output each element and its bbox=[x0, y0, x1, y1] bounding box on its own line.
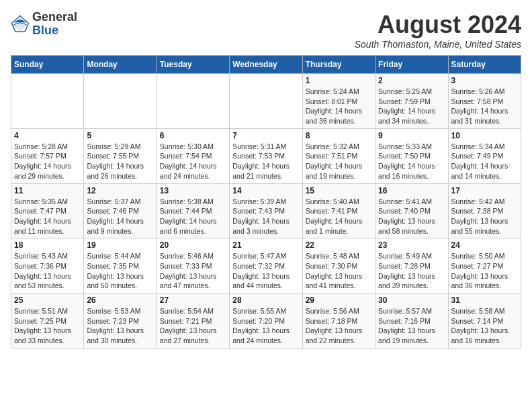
weekday-header-friday: Friday bbox=[375, 56, 448, 74]
day-number: 23 bbox=[378, 240, 445, 250]
day-info: Sunrise: 5:53 AMSunset: 7:23 PMDaylight:… bbox=[87, 306, 153, 346]
month-year: August 2024 bbox=[355, 11, 521, 39]
weekday-header-thursday: Thursday bbox=[302, 56, 375, 74]
day-info: Sunrise: 5:58 AMSunset: 7:14 PMDaylight:… bbox=[451, 306, 518, 346]
calendar-cell: 15Sunrise: 5:40 AMSunset: 7:41 PMDayligh… bbox=[302, 183, 375, 238]
day-info: Sunrise: 5:41 AMSunset: 7:40 PMDaylight:… bbox=[378, 197, 445, 236]
day-number: 7 bbox=[232, 131, 299, 140]
day-number: 4 bbox=[14, 131, 81, 140]
calendar-cell bbox=[157, 74, 229, 129]
calendar-cell: 19Sunrise: 5:44 AMSunset: 7:35 PMDayligh… bbox=[84, 238, 157, 293]
calendar-cell: 6Sunrise: 5:30 AMSunset: 7:54 PMDaylight… bbox=[157, 128, 229, 183]
day-info: Sunrise: 5:47 AMSunset: 7:32 PMDaylight:… bbox=[232, 251, 299, 291]
calendar-cell bbox=[230, 74, 302, 129]
day-info: Sunrise: 5:24 AMSunset: 8:01 PMDaylight:… bbox=[306, 87, 372, 126]
day-info: Sunrise: 5:48 AMSunset: 7:30 PMDaylight:… bbox=[306, 251, 372, 291]
calendar: SundayMondayTuesdayWednesdayThursdayFrid… bbox=[11, 55, 521, 349]
calendar-cell: 18Sunrise: 5:43 AMSunset: 7:36 PMDayligh… bbox=[11, 238, 84, 293]
calendar-cell: 16Sunrise: 5:41 AMSunset: 7:40 PMDayligh… bbox=[375, 183, 448, 238]
calendar-cell: 25Sunrise: 5:51 AMSunset: 7:25 PMDayligh… bbox=[11, 293, 84, 349]
day-number: 8 bbox=[306, 131, 372, 140]
day-info: Sunrise: 5:51 AMSunset: 7:25 PMDaylight:… bbox=[14, 306, 81, 346]
day-number: 12 bbox=[87, 186, 153, 195]
day-info: Sunrise: 5:46 AMSunset: 7:33 PMDaylight:… bbox=[160, 251, 226, 291]
calendar-cell: 28Sunrise: 5:55 AMSunset: 7:20 PMDayligh… bbox=[230, 293, 302, 349]
logo-text: General Blue bbox=[32, 11, 77, 38]
day-info: Sunrise: 5:39 AMSunset: 7:43 PMDaylight:… bbox=[232, 197, 299, 236]
calendar-cell: 27Sunrise: 5:54 AMSunset: 7:21 PMDayligh… bbox=[157, 293, 229, 349]
calendar-cell: 8Sunrise: 5:32 AMSunset: 7:51 PMDaylight… bbox=[302, 128, 375, 183]
day-number: 5 bbox=[87, 131, 153, 140]
day-number: 13 bbox=[160, 186, 226, 195]
day-number: 31 bbox=[451, 295, 518, 305]
day-info: Sunrise: 5:50 AMSunset: 7:27 PMDaylight:… bbox=[451, 251, 518, 291]
page-header: General Blue August 2024 South Thomaston… bbox=[11, 11, 521, 50]
day-number: 20 bbox=[160, 240, 226, 250]
calendar-cell: 14Sunrise: 5:39 AMSunset: 7:43 PMDayligh… bbox=[230, 183, 302, 238]
weekday-header-monday: Monday bbox=[84, 56, 157, 74]
calendar-cell: 26Sunrise: 5:53 AMSunset: 7:23 PMDayligh… bbox=[84, 293, 157, 349]
day-number: 15 bbox=[306, 186, 372, 195]
location: South Thomaston, Maine, United States bbox=[355, 39, 521, 50]
day-number: 17 bbox=[451, 186, 518, 195]
calendar-cell: 4Sunrise: 5:28 AMSunset: 7:57 PMDaylight… bbox=[11, 128, 84, 183]
calendar-cell: 20Sunrise: 5:46 AMSunset: 7:33 PMDayligh… bbox=[157, 238, 229, 293]
day-number: 26 bbox=[87, 295, 153, 305]
day-info: Sunrise: 5:49 AMSunset: 7:28 PMDaylight:… bbox=[378, 251, 445, 291]
day-info: Sunrise: 5:44 AMSunset: 7:35 PMDaylight:… bbox=[87, 251, 153, 291]
weekday-header-saturday: Saturday bbox=[448, 56, 521, 74]
calendar-week-row: 4Sunrise: 5:28 AMSunset: 7:57 PMDaylight… bbox=[11, 128, 521, 183]
logo: General Blue bbox=[11, 11, 77, 38]
calendar-header-row: SundayMondayTuesdayWednesdayThursdayFrid… bbox=[11, 56, 521, 74]
day-number: 16 bbox=[378, 186, 445, 195]
calendar-cell: 7Sunrise: 5:31 AMSunset: 7:53 PMDaylight… bbox=[230, 128, 302, 183]
day-number: 30 bbox=[378, 295, 445, 305]
day-number: 24 bbox=[451, 240, 518, 250]
calendar-cell: 24Sunrise: 5:50 AMSunset: 7:27 PMDayligh… bbox=[448, 238, 521, 293]
calendar-cell: 1Sunrise: 5:24 AMSunset: 8:01 PMDaylight… bbox=[302, 74, 375, 129]
day-info: Sunrise: 5:42 AMSunset: 7:38 PMDaylight:… bbox=[451, 197, 518, 236]
day-info: Sunrise: 5:38 AMSunset: 7:44 PMDaylight:… bbox=[160, 197, 226, 236]
calendar-cell: 29Sunrise: 5:56 AMSunset: 7:18 PMDayligh… bbox=[302, 293, 375, 349]
calendar-cell bbox=[84, 74, 157, 129]
calendar-week-row: 11Sunrise: 5:35 AMSunset: 7:47 PMDayligh… bbox=[11, 183, 521, 238]
day-number: 10 bbox=[451, 131, 518, 140]
day-info: Sunrise: 5:26 AMSunset: 7:58 PMDaylight:… bbox=[451, 87, 518, 126]
calendar-cell: 30Sunrise: 5:57 AMSunset: 7:16 PMDayligh… bbox=[375, 293, 448, 349]
calendar-cell: 9Sunrise: 5:33 AMSunset: 7:50 PMDaylight… bbox=[375, 128, 448, 183]
calendar-cell: 17Sunrise: 5:42 AMSunset: 7:38 PMDayligh… bbox=[448, 183, 521, 238]
day-info: Sunrise: 5:29 AMSunset: 7:55 PMDaylight:… bbox=[87, 142, 153, 181]
day-info: Sunrise: 5:55 AMSunset: 7:20 PMDaylight:… bbox=[232, 306, 299, 346]
weekday-header-sunday: Sunday bbox=[11, 56, 84, 74]
day-number: 1 bbox=[306, 76, 372, 85]
day-info: Sunrise: 5:31 AMSunset: 7:53 PMDaylight:… bbox=[232, 142, 299, 181]
day-info: Sunrise: 5:43 AMSunset: 7:36 PMDaylight:… bbox=[14, 251, 81, 291]
day-number: 18 bbox=[14, 240, 81, 250]
calendar-cell bbox=[11, 74, 84, 129]
day-info: Sunrise: 5:57 AMSunset: 7:16 PMDaylight:… bbox=[378, 306, 445, 346]
day-info: Sunrise: 5:30 AMSunset: 7:54 PMDaylight:… bbox=[160, 142, 226, 181]
day-number: 6 bbox=[160, 131, 226, 140]
day-info: Sunrise: 5:40 AMSunset: 7:41 PMDaylight:… bbox=[306, 197, 372, 236]
title-block: August 2024 South Thomaston, Maine, Unit… bbox=[355, 11, 521, 50]
day-number: 3 bbox=[451, 76, 518, 85]
weekday-header-tuesday: Tuesday bbox=[157, 56, 229, 74]
day-number: 28 bbox=[232, 295, 299, 305]
calendar-cell: 31Sunrise: 5:58 AMSunset: 7:14 PMDayligh… bbox=[448, 293, 521, 349]
day-number: 22 bbox=[306, 240, 372, 250]
day-number: 21 bbox=[232, 240, 299, 250]
day-info: Sunrise: 5:56 AMSunset: 7:18 PMDaylight:… bbox=[306, 306, 372, 346]
day-info: Sunrise: 5:34 AMSunset: 7:49 PMDaylight:… bbox=[451, 142, 518, 181]
day-info: Sunrise: 5:28 AMSunset: 7:57 PMDaylight:… bbox=[14, 142, 81, 181]
calendar-week-row: 18Sunrise: 5:43 AMSunset: 7:36 PMDayligh… bbox=[11, 238, 521, 293]
calendar-week-row: 25Sunrise: 5:51 AMSunset: 7:25 PMDayligh… bbox=[11, 293, 521, 349]
day-info: Sunrise: 5:32 AMSunset: 7:51 PMDaylight:… bbox=[306, 142, 372, 181]
calendar-cell: 21Sunrise: 5:47 AMSunset: 7:32 PMDayligh… bbox=[230, 238, 302, 293]
day-number: 19 bbox=[87, 240, 153, 250]
day-info: Sunrise: 5:35 AMSunset: 7:47 PMDaylight:… bbox=[14, 197, 81, 236]
calendar-cell: 13Sunrise: 5:38 AMSunset: 7:44 PMDayligh… bbox=[157, 183, 229, 238]
calendar-cell: 5Sunrise: 5:29 AMSunset: 7:55 PMDaylight… bbox=[84, 128, 157, 183]
calendar-cell: 22Sunrise: 5:48 AMSunset: 7:30 PMDayligh… bbox=[302, 238, 375, 293]
day-number: 25 bbox=[14, 295, 81, 305]
day-info: Sunrise: 5:37 AMSunset: 7:46 PMDaylight:… bbox=[87, 197, 153, 236]
